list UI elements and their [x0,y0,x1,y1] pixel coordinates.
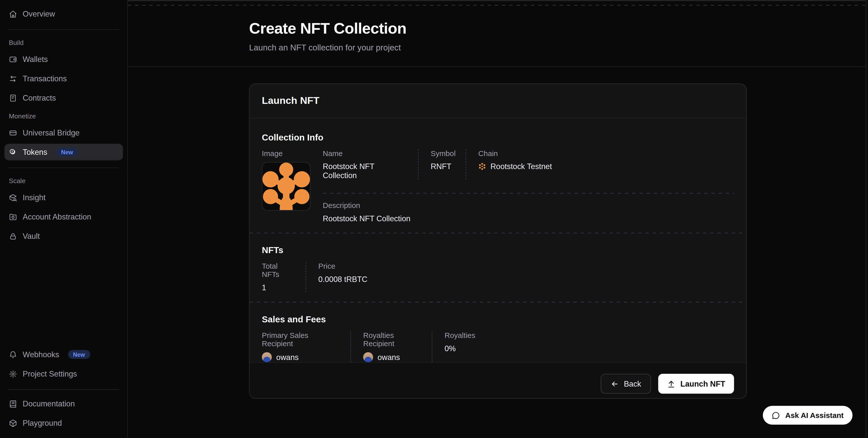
sidebar-item-webhooks[interactable]: Webhooks New [4,346,123,363]
page-subtitle: Launch an NFT collection for your projec… [249,43,866,52]
description-divider [323,193,734,193]
rootstock-chain-icon [478,163,486,170]
ask-ai-assistant-label: Ask AI Assistant [785,411,844,419]
total-nfts-field: Total NFTs 1 [262,262,306,292]
price-label: Price [318,262,367,270]
name-field: Name Rootstock NFT Collection [323,149,418,180]
name-label: Name [323,149,406,158]
sidebar-item-vault[interactable]: Vault [4,228,123,244]
nfts-heading: NFTs [262,245,734,256]
new-badge: New [68,350,90,359]
image-field: Image [262,149,323,223]
card-footer: Back Launch NFT [250,362,746,399]
sidebar-item-playground[interactable]: Playground [4,415,123,431]
app-root: Overview Build Wallets Transactions Cont… [0,0,868,438]
nfts-row: Total NFTs 1 Price 0.0008 tRBTC [262,262,734,292]
bridge-icon [9,129,17,137]
recipient-name: owans [276,353,299,362]
sidebar-section-scale: Scale [9,177,118,184]
chain-value: Rootstock Testnet [478,162,552,171]
sidebar-item-label: Project Settings [23,369,77,378]
back-button[interactable]: Back [600,374,651,394]
price-value: 0.0008 tRBTC [318,275,367,283]
new-badge: New [56,147,78,157]
symbol-label: Symbol [431,149,453,158]
primary-sales-recipient-field: Primary Sales Recipient owans [262,331,351,362]
sidebar-item-insight[interactable]: Insight [4,189,123,206]
sidebar-item-wallets[interactable]: Wallets [4,51,123,67]
name-value: Rootstock NFT Collection [323,162,406,180]
back-button-label: Back [624,379,641,388]
card-body: Collection Info Image [250,119,746,362]
account-abstraction-icon [9,212,17,221]
collection-info-row: Image [262,149,734,223]
sidebar: Overview Build Wallets Transactions Cont… [0,0,128,438]
ask-ai-assistant-button[interactable]: Ask AI Assistant [763,406,852,425]
chain-field: Chain Rootstock Testnet [466,149,564,180]
royalties-recipient-value: owans [363,352,420,362]
page-header: Create NFT Collection Launch an NFT coll… [128,5,866,67]
royalties-label: Royalties [444,331,475,339]
main-area: Create NFT Collection Launch an NFT coll… [128,0,866,438]
royalties-field: Royalties 0% [432,331,488,362]
sidebar-item-label: Webhooks [23,350,59,359]
home-icon [9,10,17,18]
symbol-field: Symbol RNFT [418,149,466,180]
price-field: Price 0.0008 tRBTC [306,262,380,292]
chat-bubble-icon [772,411,780,419]
collection-fields: Name Rootstock NFT Collection Symbol RNF… [323,149,734,223]
royalties-recipient-label: Royalties Recipient [363,331,420,348]
sidebar-item-account-abstraction[interactable]: Account Abstraction [4,208,123,225]
vault-icon [9,232,17,240]
sidebar-section-build: Build [9,39,118,46]
sidebar-item-label: Wallets [23,55,48,64]
sidebar-item-label: Overview [23,9,55,18]
sidebar-item-universal-bridge[interactable]: Universal Bridge [4,125,123,141]
royalties-value: 0% [444,344,475,353]
cube-icon [9,419,17,427]
contract-icon [9,94,17,102]
sidebar-divider [8,389,119,390]
primary-sales-recipient-value: owans [262,352,338,362]
collection-info-heading: Collection Info [262,133,734,143]
recipient-name: owans [377,353,400,362]
collection-fields-row: Name Rootstock NFT Collection Symbol RNF… [323,149,734,180]
total-nfts-label: Total NFTs [262,262,293,279]
card-header: Launch NFT [250,84,746,119]
sidebar-divider [8,29,119,30]
section-divider [250,233,746,233]
primary-sales-recipient-label: Primary Sales Recipient [262,331,338,348]
page-title: Create NFT Collection [249,20,866,38]
sidebar-item-transactions[interactable]: Transactions [4,70,123,87]
launch-nft-button[interactable]: Launch NFT [658,374,734,394]
sidebar-item-label: Playground [23,419,62,428]
book-icon [9,399,17,408]
sidebar-item-tokens[interactable]: Tokens New [4,144,123,160]
sidebar-item-overview[interactable]: Overview [4,5,123,22]
chain-name: Rootstock Testnet [491,162,552,171]
sidebar-spacer [4,247,123,346]
total-nfts-value: 1 [262,283,293,292]
sales-row: Primary Sales Recipient owans Royalties … [262,331,734,362]
sidebar-item-label: Insight [23,193,45,202]
symbol-value: RNFT [431,162,453,171]
sidebar-item-contracts[interactable]: Contracts [4,90,123,106]
transactions-icon [9,74,17,82]
description-value: Rootstock NFT Collection [323,214,734,223]
sidebar-item-label: Vault [23,232,40,241]
upload-icon [667,379,675,388]
chain-label: Chain [478,149,552,158]
arrow-left-icon [611,379,619,388]
sidebar-item-project-settings[interactable]: Project Settings [4,366,123,382]
launch-nft-button-label: Launch NFT [680,379,725,388]
bell-icon [9,350,17,359]
sidebar-item-label: Contracts [23,93,56,102]
royalties-recipient-field: Royalties Recipient owans [350,331,432,362]
sidebar-item-label: Account Abstraction [23,212,91,221]
gear-icon [9,370,17,378]
sidebar-item-label: Documentation [23,399,75,408]
avatar [363,352,373,362]
sidebar-divider [8,168,119,168]
sidebar-item-label: Tokens [23,147,47,156]
sidebar-item-documentation[interactable]: Documentation [4,395,123,412]
